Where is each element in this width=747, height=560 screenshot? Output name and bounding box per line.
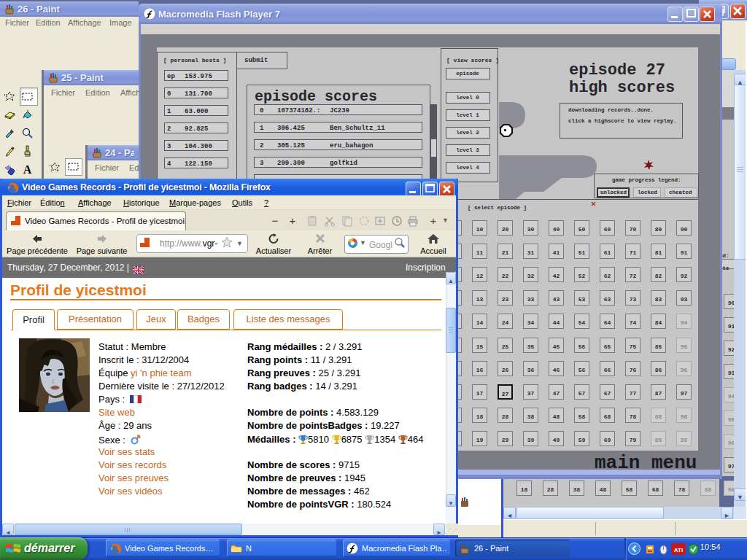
- svg-text:A: A: [23, 163, 32, 176]
- svg-text:ATI: ATI: [674, 547, 683, 553]
